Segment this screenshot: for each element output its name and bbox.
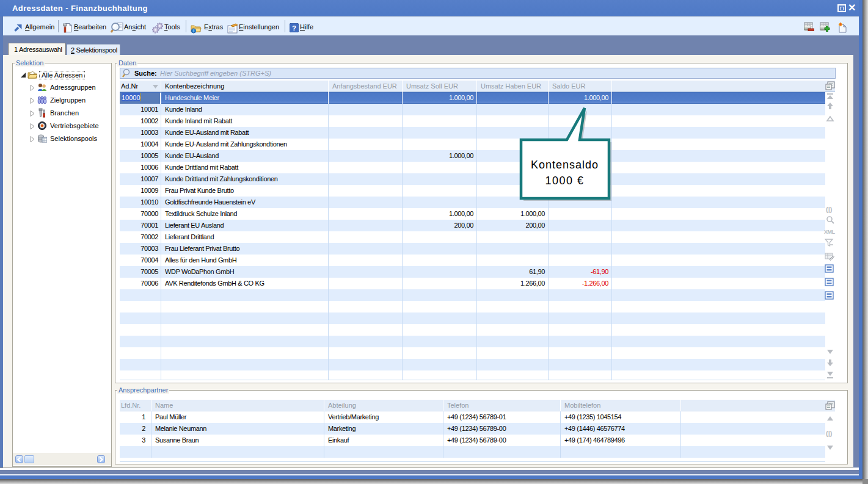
svg-text:i: i (193, 29, 194, 33)
svg-text:?: ? (292, 24, 296, 32)
